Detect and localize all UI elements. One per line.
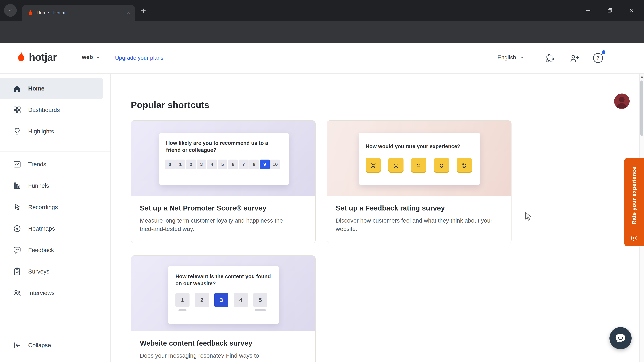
sidebar-item-heatmaps[interactable]: Heatmaps <box>0 218 103 239</box>
relevance-option-selected: 3 <box>214 293 228 307</box>
chat-bubble-icon <box>614 332 626 344</box>
relevance-option: 4 <box>234 293 248 307</box>
rate-experience-tab[interactable]: Rate your experience <box>624 158 644 246</box>
neutral-face-icon <box>411 158 426 173</box>
collapse-arrow-icon <box>13 341 22 350</box>
nps-scale-option: 8 <box>249 160 259 169</box>
nps-scale-option: 10 <box>270 160 280 169</box>
help-button[interactable]: ? <box>593 53 603 63</box>
nps-scale-option: 3 <box>196 160 206 169</box>
sidebar-nav: Home Dashboards Highlights Trends Funnel… <box>0 74 111 362</box>
invite-user-button[interactable] <box>570 54 579 63</box>
chevron-down-icon <box>96 55 100 60</box>
shortcut-card-nps[interactable]: How likely are you to recommend us to a … <box>131 120 316 243</box>
relevance-option: 5 <box>253 293 267 307</box>
user-avatar[interactable] <box>614 93 630 109</box>
nps-scale-option-selected: 9 <box>260 160 270 169</box>
window-controls <box>578 0 642 21</box>
tab-search-button[interactable] <box>4 4 17 17</box>
sidebar-item-trends[interactable]: Trends <box>0 153 103 175</box>
content-feedback-question: How relevant is the content you found on… <box>176 273 271 287</box>
sidebar-item-home[interactable]: Home <box>0 78 103 99</box>
window-close-button[interactable] <box>620 0 642 21</box>
scale-label-dash <box>254 309 266 311</box>
survey-clipboard-icon <box>13 267 22 276</box>
shortcut-card-content-feedback[interactable]: How relevant is the content you found on… <box>131 255 316 362</box>
hotjar-logo[interactable]: hotjar <box>15 51 57 64</box>
scrollbar-thumb[interactable] <box>640 80 643 136</box>
site-selector-dropdown[interactable]: web <box>82 54 100 61</box>
card-title: Set up a Feedback rating survey <box>336 204 502 212</box>
sidebar-item-funnels[interactable]: Funnels <box>0 175 103 196</box>
love-face-icon <box>457 158 472 173</box>
card-body: Set up a Feedback rating survey Discover… <box>327 196 511 234</box>
nps-scale-option: 7 <box>239 160 248 169</box>
nps-preview: How likely are you to recommend us to a … <box>131 121 315 196</box>
minimize-icon <box>586 8 591 13</box>
hotjar-wordmark: hotjar <box>29 51 57 63</box>
card-title: Website content feedback survey <box>140 339 306 347</box>
page-title: Popular shortcuts <box>131 100 210 110</box>
heatmap-target-icon <box>13 224 22 233</box>
sidebar-item-interviews[interactable]: Interviews <box>0 282 103 304</box>
avatar-silhouette-icon <box>614 93 630 109</box>
sidebar-item-surveys[interactable]: Surveys <box>0 261 103 282</box>
window-restore-button[interactable] <box>599 0 620 21</box>
shortcut-card-feedback-rating[interactable]: How would you rate your experience? <box>327 120 512 243</box>
chevron-down-icon <box>520 55 524 60</box>
mouse-cursor <box>524 212 532 221</box>
nps-scale-option: 4 <box>207 160 217 169</box>
sidebar-item-label: Funnels <box>28 182 49 189</box>
card-title: Set up a Net Promoter Score® survey <box>140 204 306 212</box>
card-description: Measure long-term customer loyalty and h… <box>140 217 298 234</box>
chat-widget-button[interactable] <box>610 327 632 349</box>
sidebar-divider <box>0 151 111 152</box>
integrations-puzzle-button[interactable] <box>545 54 554 63</box>
hotjar-flame-icon <box>15 51 26 64</box>
sidebar-item-recordings[interactable]: Recordings <box>0 196 103 218</box>
nps-scale-option: 0 <box>165 160 175 169</box>
happy-face-icon <box>434 158 449 173</box>
upgrade-plans-link[interactable]: Upgrade your plans <box>115 55 163 61</box>
nps-scale: 0 1 2 3 4 5 6 7 8 9 10 <box>165 160 282 169</box>
sidebar-item-label: Recordings <box>28 204 58 211</box>
trends-chart-icon <box>13 160 22 169</box>
sidebar-item-label: Heatmaps <box>28 225 55 232</box>
close-icon <box>628 8 634 13</box>
rate-experience-label: Rate your experience <box>624 161 644 230</box>
scrollbar-up-arrow-icon[interactable] <box>641 76 643 78</box>
sidebar-collapse-button[interactable]: Collapse <box>0 335 103 356</box>
emoji-rating-row <box>366 158 473 173</box>
home-icon <box>13 84 22 93</box>
nps-scale-option: 5 <box>218 160 228 169</box>
browser-tab-active[interactable]: Home - Hotjar × <box>22 5 135 21</box>
card-body: Website content feedback survey Does you… <box>131 331 315 360</box>
funnel-bars-icon <box>13 181 22 190</box>
new-tab-button[interactable]: + <box>141 6 146 16</box>
hotjar-favicon <box>27 9 33 16</box>
screen: Home - Hotjar × + insights.hotjar.com/si… <box>0 0 644 362</box>
chevron-down-icon <box>8 8 13 13</box>
relevance-option: 2 <box>195 293 209 307</box>
content-feedback-mini-card: How relevant is the content you found on… <box>168 266 279 324</box>
tab-close-icon[interactable]: × <box>127 10 130 15</box>
sidebar-item-label: Trends <box>28 161 46 168</box>
interviews-people-icon <box>13 289 22 297</box>
help-icon: ? <box>596 55 600 61</box>
language-selector[interactable]: English <box>498 54 524 61</box>
sidebar-item-label: Feedback <box>28 247 54 254</box>
sidebar-item-highlights[interactable]: Highlights <box>0 121 103 142</box>
card-description: Discover how customers feel and what the… <box>336 217 494 234</box>
nps-preview-mini-card: How likely are you to recommend us to a … <box>159 133 289 185</box>
recordings-cursor-icon <box>13 203 22 212</box>
feedback-preview-mini-card: How would you rate your experience? <box>359 133 480 185</box>
window-minimize-button[interactable] <box>578 0 599 21</box>
sidebar-item-feedback[interactable]: Feedback <box>0 239 103 261</box>
sidebar-item-dashboards[interactable]: Dashboards <box>0 99 103 121</box>
site-selector-value: web <box>82 54 93 61</box>
relevance-scale: 1 2 3 4 5 <box>176 293 271 311</box>
sidebar-item-label: Surveys <box>28 268 49 275</box>
nps-scale-option: 6 <box>228 160 238 169</box>
angry-face-icon <box>366 158 381 173</box>
sidebar-item-label: Collapse <box>28 342 51 349</box>
